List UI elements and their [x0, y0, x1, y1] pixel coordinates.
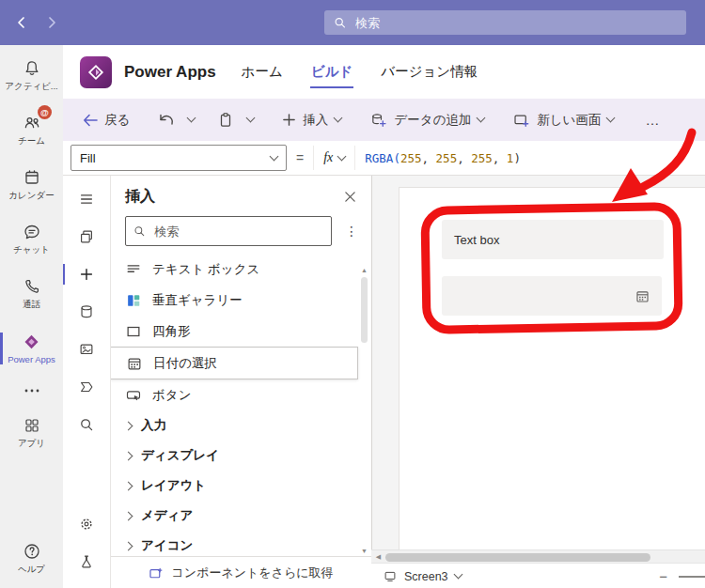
forward-nav-button[interactable] — [41, 12, 62, 33]
mention-badge: @ — [38, 105, 52, 119]
close-icon — [344, 191, 356, 203]
sidebar-item-chat[interactable]: チャット — [0, 212, 63, 267]
phone-icon — [23, 277, 41, 296]
back-button[interactable]: 戻る — [76, 106, 136, 134]
sidebar-item-apps[interactable]: アプリ — [0, 406, 63, 460]
app-canvas[interactable]: Text box — [400, 188, 705, 549]
paste-dropdown[interactable] — [241, 113, 260, 127]
search-input[interactable] — [353, 15, 677, 31]
flask-icon — [78, 553, 95, 570]
category-display[interactable]: ディスプレイ — [110, 441, 371, 471]
formula-token: , — [457, 151, 471, 165]
control-item-date-picker[interactable]: 日付の選択 — [110, 347, 358, 379]
control-item-button[interactable]: ボタン — [110, 379, 358, 410]
control-item-label: テキスト ボックス — [152, 261, 259, 278]
sidebar-item-teams[interactable]: @ チーム — [0, 103, 63, 158]
tree-view-icon — [78, 191, 95, 208]
chevron-right-icon — [124, 451, 133, 460]
control-item-rectangle[interactable]: 四角形 — [110, 316, 358, 347]
get-components-button[interactable]: コンポーネントをさらに取得 — [110, 556, 372, 588]
calendar-icon — [23, 168, 41, 187]
control-item-vertical-gallery[interactable]: 垂直ギャラリー — [110, 285, 358, 316]
sidebar-item-more[interactable] — [0, 376, 63, 406]
category-icons[interactable]: アイコン — [110, 531, 371, 556]
sidebar-item-activity[interactable]: アクティビ... — [0, 49, 63, 103]
insert-panel: 挿入 ⋮ テキスト ボックス 垂直ギャラリー 四角形 日付の選択 — [110, 175, 372, 556]
sidebar-item-label: チャット — [13, 244, 50, 256]
screen-icon — [383, 569, 398, 583]
panel-more-options-button[interactable]: ⋮ — [339, 222, 364, 240]
scroll-left-icon[interactable]: ◀ — [371, 553, 385, 561]
insert-button-label: 挿入 — [303, 112, 328, 129]
textbox-control[interactable]: Text box — [442, 220, 664, 259]
toolbar-overflow-button[interactable]: … — [637, 108, 667, 132]
h-scroll-thumb[interactable] — [385, 553, 650, 562]
clipboard-icon — [217, 112, 234, 129]
media-button[interactable] — [63, 331, 110, 368]
control-item-text-box[interactable]: テキスト ボックス — [110, 254, 358, 285]
panel-scroll-thumb[interactable] — [361, 277, 368, 343]
add-data-button[interactable]: データの追加 — [363, 106, 491, 134]
status-bar: Screen3 − — [371, 563, 705, 588]
chevron-down-icon — [477, 114, 486, 123]
back-nav-button[interactable] — [11, 12, 32, 33]
undo-button[interactable] — [151, 107, 181, 133]
insert-search-box[interactable] — [125, 216, 332, 246]
category-input[interactable]: 入力 — [110, 410, 371, 441]
add-data-button-label: データの追加 — [394, 112, 471, 129]
formula-input[interactable]: RGBA(255, 255, 255, 1) — [365, 151, 521, 165]
category-layout[interactable]: レイアウト — [110, 471, 371, 501]
property-selected-value: Fill — [80, 151, 96, 165]
sidebar-item-calls[interactable]: 通話 — [0, 267, 63, 321]
undo-dropdown[interactable] — [181, 113, 201, 127]
tab-version-info[interactable]: バージョン情報 — [380, 46, 478, 98]
zoom-out-button[interactable]: − — [659, 568, 667, 584]
datepicker-control[interactable] — [442, 276, 662, 316]
vertical-gallery-icon — [125, 292, 142, 309]
sidebar-item-help[interactable]: ヘルプ — [0, 532, 63, 586]
canvas-h-scrollbar[interactable]: ◀ — [371, 549, 705, 564]
teams-search[interactable] — [324, 10, 686, 35]
panel-scrollbar[interactable]: ▲ ▼ — [358, 267, 370, 554]
data-button[interactable] — [63, 293, 110, 331]
formula-token: 255 — [471, 151, 493, 165]
teams-app-rail: アクティビ... @ チーム カレンダー チャット 通話 Power Apps — [0, 45, 63, 588]
category-media[interactable]: メディア — [110, 501, 371, 531]
scroll-up-icon[interactable]: ▲ — [361, 267, 368, 273]
insert-button[interactable]: 挿入 — [275, 106, 348, 134]
new-screen-button-label: 新しい画面 — [537, 112, 601, 129]
tree-view-button[interactable] — [63, 180, 110, 218]
insert-plus-icon — [78, 266, 95, 283]
paste-button[interactable] — [211, 106, 241, 134]
insert-tab-button[interactable] — [63, 255, 110, 293]
strip-search-button[interactable] — [63, 406, 110, 443]
sidebar-item-power-apps[interactable]: Power Apps — [0, 321, 63, 376]
formula-token: RGBA( — [365, 151, 400, 165]
chevron-right-icon — [124, 511, 133, 520]
screens-button[interactable] — [63, 218, 110, 255]
control-item-label: ボタン — [152, 387, 191, 404]
back-button-label: 戻る — [104, 112, 130, 129]
sidebar-item-calendar[interactable]: カレンダー — [0, 158, 63, 212]
screen-selector[interactable]: Screen3 — [383, 569, 462, 583]
tab-build[interactable]: ビルド — [310, 46, 354, 98]
formula-token: 255 — [436, 151, 458, 165]
chevron-left-icon — [14, 15, 29, 30]
control-item-label: 日付の選択 — [153, 355, 217, 372]
zoom-slider[interactable] — [679, 576, 705, 578]
tab-home[interactable]: ホーム — [241, 46, 284, 98]
sidebar-item-label: カレンダー — [8, 190, 54, 202]
insert-search-input[interactable] — [152, 224, 323, 240]
chevron-down-icon — [334, 114, 343, 123]
chevron-right-icon — [44, 15, 59, 30]
property-dropdown[interactable]: Fill — [70, 145, 287, 171]
scroll-down-icon[interactable]: ▼ — [361, 548, 368, 554]
fx-dropdown[interactable]: fx — [313, 146, 355, 170]
close-panel-button[interactable] — [342, 189, 358, 205]
advanced-tools-button[interactable] — [63, 543, 110, 580]
new-screen-button[interactable]: 新しい画面 — [506, 106, 620, 134]
power-automate-button[interactable] — [63, 368, 110, 406]
settings-button[interactable] — [63, 505, 110, 543]
power-apps-icon — [23, 333, 41, 351]
chevron-down-icon — [270, 151, 279, 161]
